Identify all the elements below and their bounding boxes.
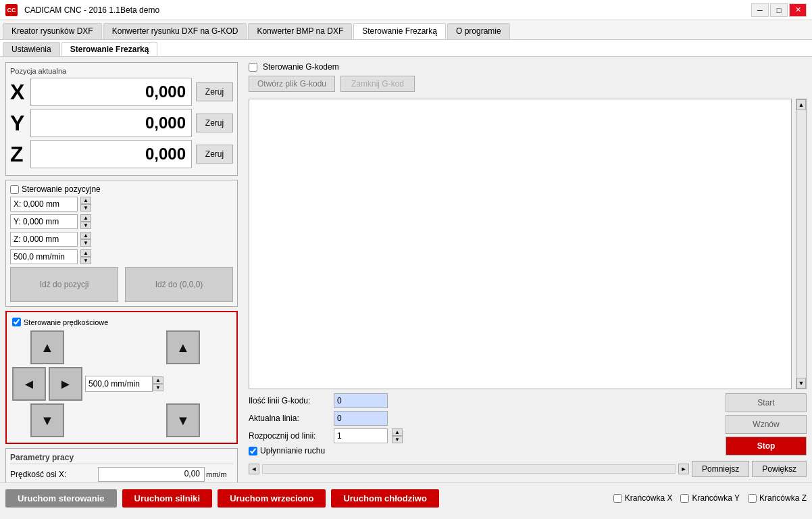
limit-z-text: Krańcówka Z	[759, 493, 807, 503]
jog-speed-input[interactable]	[85, 376, 153, 392]
y-zero-button[interactable]: Zeruj	[196, 114, 233, 132]
jog-speed-up[interactable]: ▲	[153, 376, 163, 384]
line-count-label: Ilość linii G-kodu:	[249, 396, 330, 405]
x-spin-down[interactable]: ▼	[80, 204, 91, 212]
position-title: Pozycja aktualna	[10, 67, 233, 75]
x-position-input[interactable]	[10, 197, 78, 212]
gcode-checkbox[interactable]	[249, 63, 257, 72]
close-button[interactable]: ✕	[789, 3, 807, 17]
title-bar-controls[interactable]: ─ □ ✕	[751, 3, 807, 17]
start-coolant-button[interactable]: Uruchom chłodziwo	[331, 489, 439, 508]
start-spindle-button[interactable]: Uruchom wrzeciono	[218, 489, 326, 508]
param-x-speed-value: 0,00	[98, 467, 205, 482]
speed-control-checkbox[interactable]	[12, 318, 21, 326]
line-count-row: Ilość linii G-kodu:	[249, 393, 720, 408]
horizontal-scroll-left[interactable]: ◄	[249, 464, 259, 474]
zoom-row: ◄ ► Pomniejsz Powiększ	[249, 461, 807, 477]
x-spin-up[interactable]: ▲	[80, 197, 91, 204]
tab-konwerter-dxf[interactable]: Konwerter rysunku DXF na G-KOD	[103, 23, 247, 39]
y-axis-value: 0,000	[30, 109, 192, 137]
jog-speed-down[interactable]: ▼	[153, 384, 163, 391]
line-count-input[interactable]	[334, 393, 388, 408]
jog-speed-row: ▲ ▼	[85, 376, 163, 392]
jog-left-button[interactable]: ◄	[12, 367, 46, 401]
tab-sterowanie-frezarka[interactable]: Sterowanie Frezarką	[353, 23, 446, 39]
go-buttons: Idź do pozycji Idź do (0,0,0)	[10, 267, 233, 302]
tab-o-programie[interactable]: O programie	[447, 23, 510, 39]
jog-z-down-button[interactable]: ▼	[166, 403, 200, 437]
gcode-textarea[interactable]	[249, 99, 792, 389]
start-line-input[interactable]	[334, 428, 388, 443]
start-motors-button[interactable]: Uruchom silniki	[122, 489, 213, 508]
gcode-checkbox-label: Sterowanie G-kodem	[263, 62, 339, 72]
param-x-speed-label: Prędkość osi X:	[10, 470, 98, 479]
limit-y-label[interactable]: Krańcówka Y	[680, 493, 739, 503]
maximize-button[interactable]: □	[770, 3, 788, 17]
scroll-down-button[interactable]: ▼	[796, 378, 806, 389]
start-line-down[interactable]: ▼	[392, 436, 403, 443]
positional-control-checkbox[interactable]	[10, 185, 19, 194]
subtab-ustawienia[interactable]: Ustawienia	[3, 42, 60, 56]
horizontal-scroll-right[interactable]: ►	[678, 464, 689, 474]
gcode-buttons-row: Otwórz plik G-kodu Zamknij G-kod	[249, 76, 807, 92]
y-axis-label: Y	[10, 111, 30, 136]
tab-konwerter-bmp[interactable]: Konwerter BMP na DXF	[248, 23, 352, 39]
speed-control-label: Sterowanie prędkościowe	[24, 318, 108, 326]
minimize-button[interactable]: ─	[751, 3, 769, 17]
limit-switches: Krańcówka X Krańcówka Y Krańcówka Z	[613, 493, 807, 503]
work-params-label: Parametry pracy	[10, 453, 233, 464]
z-position-input[interactable]	[10, 232, 78, 247]
tab-kreator[interactable]: Kreator rysunków DXF	[3, 23, 102, 39]
open-gcode-button[interactable]: Otwórz plik G-kodu	[249, 76, 335, 92]
z-pos-row: ▲ ▼	[10, 232, 233, 247]
z-axis-label: Z	[10, 142, 30, 167]
y-position-input[interactable]	[10, 214, 78, 229]
close-gcode-button[interactable]: Zamknij G-kod	[340, 76, 415, 92]
limit-y-checkbox[interactable]	[680, 494, 689, 503]
jog-down-button[interactable]: ▼	[30, 403, 64, 437]
speed-spinner: ▲ ▼	[80, 249, 91, 264]
smooth-checkbox[interactable]	[249, 447, 257, 455]
z-spin-down[interactable]: ▼	[80, 239, 91, 247]
limit-z-label[interactable]: Krańcówka Z	[748, 493, 807, 503]
jog-z-up-button[interactable]: ▲	[166, 330, 200, 364]
x-zero-button[interactable]: Zeruj	[196, 82, 233, 101]
z-spin-up[interactable]: ▲	[80, 232, 91, 239]
jog-lr-row: ◄ ►	[12, 367, 82, 401]
y-spin-up[interactable]: ▲	[80, 214, 91, 222]
start-line-up[interactable]: ▲	[392, 428, 403, 436]
positional-control-checkbox-row: Sterowanie pozycyjne	[10, 184, 233, 194]
start-button[interactable]: Start	[726, 393, 807, 412]
start-control-button[interactable]: Uruchom sterowanie	[5, 489, 117, 508]
subtab-sterowanie-frezarka[interactable]: Sterowanie Frezarką	[61, 42, 158, 56]
speed-input[interactable]	[10, 249, 78, 264]
limit-x-checkbox[interactable]	[613, 494, 622, 503]
limit-z-checkbox[interactable]	[748, 494, 757, 503]
current-line-input[interactable]	[334, 411, 388, 426]
x-pos-row: ▲ ▼	[10, 197, 233, 212]
scroll-up-button[interactable]: ▲	[796, 99, 806, 110]
speed-spin-up[interactable]: ▲	[80, 249, 91, 257]
limit-y-text: Krańcówka Y	[692, 493, 739, 503]
z-position-spinner: ▲ ▼	[80, 232, 91, 247]
x-position-spinner: ▲ ▼	[80, 197, 91, 212]
goto-position-button[interactable]: Idź do pozycji	[10, 267, 118, 302]
speed-row: ▲ ▼	[10, 249, 233, 264]
z-zero-button[interactable]: Zeruj	[196, 145, 233, 164]
gcode-header: Sterowanie G-kodem	[249, 62, 807, 72]
y-spin-down[interactable]: ▼	[80, 222, 91, 229]
start-line-row: Rozpocznij od linii: ▲ ▼	[249, 428, 720, 443]
jog-right-button[interactable]: ►	[49, 367, 82, 401]
current-line-row: Aktualna linia:	[249, 411, 720, 426]
increase-zoom-button[interactable]: Powiększ	[752, 461, 807, 477]
limit-x-label[interactable]: Krańcówka X	[613, 493, 673, 503]
decrease-zoom-button[interactable]: Pomniejsz	[692, 461, 749, 477]
jog-center: ▲ ▼	[85, 376, 163, 392]
jog-up-button[interactable]: ▲	[30, 330, 64, 364]
stop-button[interactable]: Stop	[726, 437, 807, 455]
goto-zero-button[interactable]: Idź do (0,0,0)	[125, 267, 233, 302]
speed-spin-down[interactable]: ▼	[80, 257, 91, 264]
resume-button[interactable]: Wznów	[726, 415, 807, 434]
z-axis-value: 0,000	[30, 140, 192, 168]
jog-speed-spinner: ▲ ▼	[153, 376, 163, 391]
